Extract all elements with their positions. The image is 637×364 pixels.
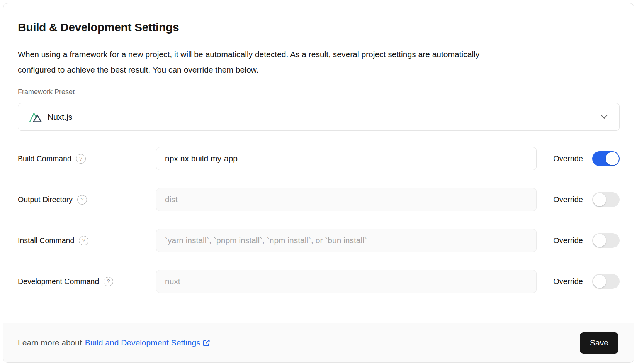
page-description-line2: configured to achieve the best result. Y… [18, 65, 258, 74]
framework-preset-label: Framework Preset [18, 87, 620, 97]
development-command-override-toggle[interactable] [592, 274, 620, 289]
build-command-row: Build Command ? Override [18, 147, 620, 170]
install-command-override-toggle[interactable] [592, 233, 620, 248]
install-command-row: Install Command ? Override [18, 229, 620, 252]
override-label: Override [553, 154, 583, 163]
override-label: Override [553, 277, 583, 286]
help-icon[interactable]: ? [76, 154, 86, 164]
settings-rows: Build Command ? Override Output Director… [18, 147, 620, 293]
output-directory-label: Output Directory [18, 195, 73, 204]
override-label: Override [553, 236, 583, 245]
development-command-row: Development Command ? Override [18, 270, 620, 293]
help-icon[interactable]: ? [77, 195, 87, 205]
toggle-knob [593, 275, 606, 288]
build-command-input[interactable] [156, 147, 537, 170]
build-command-override-toggle[interactable] [592, 151, 620, 166]
help-icon[interactable]: ? [79, 236, 88, 245]
nuxt-logo-icon [29, 112, 42, 123]
toggle-knob [593, 193, 606, 206]
build-settings-card: Build & Development Settings When using … [3, 3, 634, 363]
build-command-label: Build Command [18, 154, 71, 163]
install-command-label-group: Install Command ? [18, 236, 156, 245]
framework-preset-value: Nuxt.js [48, 112, 601, 122]
card-footer: Learn more about Build and Development S… [3, 323, 634, 362]
override-label: Override [553, 195, 583, 204]
build-settings-docs-link[interactable]: Build and Development Settings [85, 338, 211, 347]
save-button[interactable]: Save [580, 332, 618, 354]
output-directory-input[interactable] [156, 188, 537, 211]
output-directory-label-group: Output Directory ? [18, 195, 156, 205]
page-title: Build & Development Settings [18, 20, 620, 34]
development-command-label-group: Development Command ? [18, 277, 156, 286]
page-description: When using a framework for a new project… [18, 47, 620, 78]
learn-more-prefix: Learn more about [18, 338, 82, 347]
external-link-icon [202, 339, 211, 347]
development-command-label: Development Command [18, 277, 99, 286]
page-description-line1: When using a framework for a new project… [18, 50, 479, 59]
development-command-override-group: Override [553, 274, 620, 289]
chevron-down-icon [601, 113, 608, 120]
help-icon[interactable]: ? [104, 277, 113, 286]
output-directory-override-toggle[interactable] [592, 192, 620, 207]
docs-link-label: Build and Development Settings [85, 338, 200, 347]
learn-more-text: Learn more about Build and Development S… [18, 338, 211, 347]
toggle-knob [593, 234, 606, 247]
development-command-input[interactable] [156, 270, 537, 293]
build-command-label-group: Build Command ? [18, 154, 156, 164]
toggle-knob [606, 152, 619, 165]
install-command-override-group: Override [553, 233, 620, 248]
install-command-input[interactable] [156, 229, 537, 252]
build-command-override-group: Override [553, 151, 620, 166]
framework-preset-select[interactable]: Nuxt.js [18, 103, 620, 131]
output-directory-row: Output Directory ? Override [18, 188, 620, 211]
card-main: Build & Development Settings When using … [3, 3, 634, 323]
output-directory-override-group: Override [553, 192, 620, 207]
install-command-label: Install Command [18, 236, 74, 245]
